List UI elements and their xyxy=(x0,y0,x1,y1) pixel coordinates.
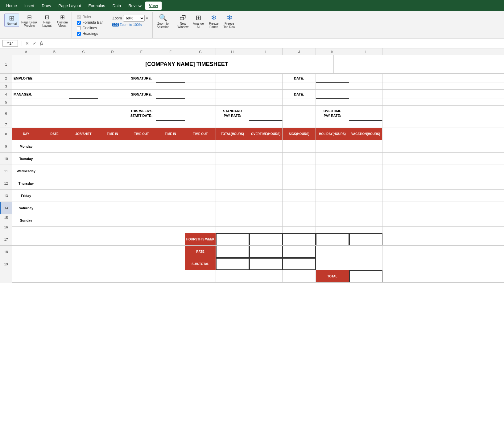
cell-a18[interactable] xyxy=(12,258,40,270)
cell-sat-out1[interactable] xyxy=(127,202,156,214)
cell-k7[interactable] xyxy=(316,121,349,128)
cell-c3[interactable] xyxy=(69,83,98,89)
cell-sun-vacation[interactable] xyxy=(349,214,382,226)
cell-thu-in1[interactable] xyxy=(98,177,127,189)
col-header-a[interactable]: A xyxy=(12,48,40,55)
cell-thu-vacation[interactable] xyxy=(349,177,382,189)
row-num-2[interactable]: 2 xyxy=(0,74,12,83)
cell-c19[interactable] xyxy=(69,270,98,282)
cell-b3[interactable] xyxy=(40,83,69,89)
cell-d15[interactable] xyxy=(98,227,127,233)
row-num-19[interactable]: 19 xyxy=(0,258,12,270)
cell-fri-out1[interactable] xyxy=(127,190,156,202)
cell-e5[interactable] xyxy=(127,99,156,105)
cell-e3[interactable] xyxy=(127,83,156,89)
cell-d18[interactable] xyxy=(98,258,127,270)
cell-b7[interactable] xyxy=(40,121,69,128)
cell-monday-total[interactable] xyxy=(216,140,249,152)
ruler-check[interactable]: Ruler xyxy=(77,15,103,19)
cell-d16[interactable] xyxy=(98,233,127,245)
cell-title[interactable]: [COMPANY NAME] TIMESHEET xyxy=(40,55,334,73)
cell-tue-holiday[interactable] xyxy=(316,153,349,165)
cell-a7[interactable] xyxy=(12,121,40,128)
cell-l19[interactable] xyxy=(349,270,382,282)
cell-monday-ot[interactable] xyxy=(249,140,283,152)
cell-l15[interactable] xyxy=(349,227,382,233)
col-header-l[interactable]: L xyxy=(349,48,382,55)
menu-insert[interactable]: Insert xyxy=(21,2,38,10)
cell-wed-holiday[interactable] xyxy=(316,165,349,177)
cell-sat-job[interactable] xyxy=(69,202,98,214)
cell-e17[interactable] xyxy=(127,246,156,258)
confirm-formula-icon[interactable]: ✓ xyxy=(32,41,37,46)
cell-thu-out1[interactable] xyxy=(127,177,156,189)
cell-sat-sick[interactable] xyxy=(283,202,316,214)
cell-f4[interactable] xyxy=(156,90,185,99)
menu-view[interactable]: View xyxy=(145,2,162,10)
cell-thu-holiday[interactable] xyxy=(316,177,349,189)
cell-j5[interactable] xyxy=(283,99,316,105)
cell-i4[interactable] xyxy=(249,90,283,99)
cell-j6[interactable] xyxy=(283,106,316,121)
arrange-all-button[interactable]: ⊞ ArrangeAll xyxy=(191,14,206,30)
menu-formulas[interactable]: Formulas xyxy=(85,2,109,10)
cell-i6[interactable] xyxy=(249,106,283,121)
zoom-100-button[interactable]: 100 Zoom to 100% xyxy=(112,23,148,27)
cell-b18[interactable] xyxy=(40,258,69,270)
cell-thu-ot[interactable] xyxy=(249,177,283,189)
cell-i2[interactable] xyxy=(249,74,283,83)
cell-e19[interactable] xyxy=(127,270,156,282)
cell-h16[interactable] xyxy=(216,233,249,245)
cell-a1[interactable] xyxy=(12,55,40,73)
menu-page-layout[interactable]: Page Layout xyxy=(55,2,85,10)
cell-sun-holiday[interactable] xyxy=(316,214,349,226)
cell-i17[interactable] xyxy=(249,246,283,258)
cell-monday-sick[interactable] xyxy=(283,140,316,152)
cell-wed-vacation[interactable] xyxy=(349,165,382,177)
cell-sun-out2[interactable] xyxy=(185,214,216,226)
cell-g3[interactable] xyxy=(185,83,216,89)
cell-tue-sick[interactable] xyxy=(283,153,316,165)
cell-i15[interactable] xyxy=(249,227,283,233)
cell-c16[interactable] xyxy=(69,233,98,245)
cell-c7[interactable] xyxy=(69,121,98,128)
cell-g2[interactable] xyxy=(185,74,216,83)
row-num-5[interactable]: 5 xyxy=(0,99,12,106)
cell-b17[interactable] xyxy=(40,246,69,258)
cell-b2[interactable] xyxy=(40,74,69,83)
headings-check[interactable]: Headings xyxy=(77,31,103,36)
cell-sat-in1[interactable] xyxy=(98,202,127,214)
cell-g5[interactable] xyxy=(185,99,216,105)
cell-wed-in1[interactable] xyxy=(98,165,127,177)
row-num-18[interactable]: 18 xyxy=(0,246,12,258)
cell-d7[interactable] xyxy=(98,121,127,128)
gridlines-checkbox[interactable] xyxy=(77,26,81,30)
cell-fri-date[interactable] xyxy=(40,190,69,202)
col-header-c[interactable]: C xyxy=(69,48,98,55)
cell-l2[interactable] xyxy=(349,74,382,83)
cell-wed-ot[interactable] xyxy=(249,165,283,177)
cell-g6[interactable] xyxy=(185,106,216,121)
cell-a6[interactable] xyxy=(12,106,40,121)
row-num-15[interactable]: 15 xyxy=(0,214,12,221)
freeze-top-button[interactable]: ❄ FreezeTop Row xyxy=(222,14,237,30)
cell-f15[interactable] xyxy=(156,227,185,233)
cell-b5[interactable] xyxy=(40,99,69,105)
row-num-7[interactable]: 7 xyxy=(0,121,12,128)
cell-h15[interactable] xyxy=(216,227,249,233)
row-num-3[interactable]: 3 xyxy=(0,83,12,90)
cell-sun-sick[interactable] xyxy=(283,214,316,226)
cell-h4[interactable] xyxy=(216,90,249,99)
cell-monday-job[interactable] xyxy=(69,140,98,152)
function-icon[interactable]: fx xyxy=(39,41,44,46)
cell-thu-out2[interactable] xyxy=(185,177,216,189)
cell-j3[interactable] xyxy=(283,83,316,89)
cell-sun-job[interactable] xyxy=(69,214,98,226)
cell-k17[interactable] xyxy=(316,246,349,258)
cell-fri-total[interactable] xyxy=(216,190,249,202)
cell-e16[interactable] xyxy=(127,233,156,245)
cell-fri-vacation[interactable] xyxy=(349,190,382,202)
cell-monday-in1[interactable] xyxy=(98,140,127,152)
cell-h17[interactable] xyxy=(216,246,249,258)
cell-wed-date[interactable] xyxy=(40,165,69,177)
